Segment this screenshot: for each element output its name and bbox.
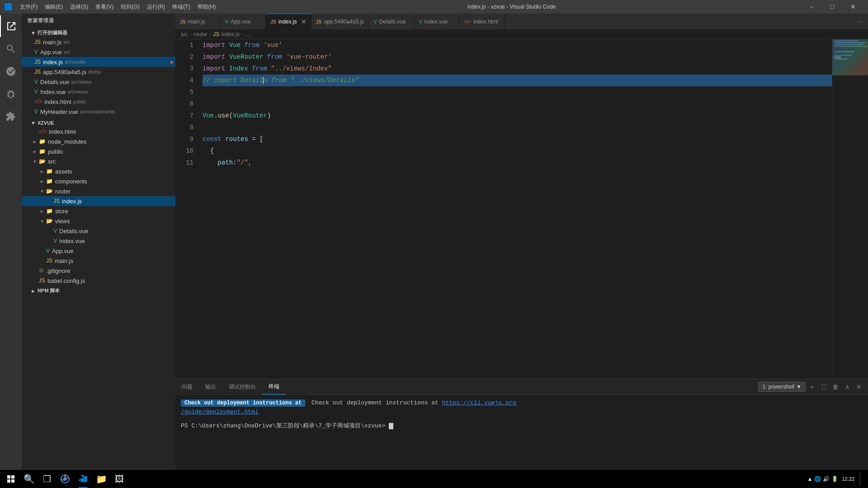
show-desktop-button[interactable] [860, 472, 863, 486]
open-editor-indexjs[interactable]: JS index.js src\router ● [22, 57, 175, 67]
tab-close-icon[interactable]: ✕ [301, 18, 307, 25]
tab-detailsvue[interactable]: V Details.vue [369, 14, 414, 29]
tab-indexvue[interactable]: V Index.vue [414, 14, 459, 29]
tree-views[interactable]: ▼ 📂 views [22, 216, 175, 226]
tab-appbuildjs[interactable]: JS app.5490a4a5.js [311, 14, 369, 29]
npm-section[interactable]: ► NPM 脚本 [22, 286, 175, 295]
tray-volume-icon[interactable]: 🔊 [823, 476, 830, 482]
tree-main-js[interactable]: JS main.js [22, 256, 175, 266]
minimize-button[interactable]: − [801, 0, 822, 14]
menu-help[interactable]: 帮助(H) [195, 2, 219, 12]
minimap[interactable] [832, 39, 868, 379]
open-editor-mainjs[interactable]: JS main.js src [22, 37, 175, 47]
tree-components[interactable]: ► 📁 components [22, 176, 175, 186]
panel-tabs: 问题 输出 调试控制台 终端 1: powershell ▼ + [175, 379, 868, 395]
tab-indexhtml[interactable]: </> index.html [459, 14, 505, 29]
terminal-link-continued[interactable]: /guide/deployment.html [181, 408, 259, 415]
tree-node-modules[interactable]: ► 📁 node_modules [22, 136, 175, 146]
menu-goto[interactable]: 转到(G) [118, 2, 142, 12]
folder-open-icon: 📂 [46, 188, 53, 194]
open-editor-myheadervue[interactable]: V MyHeader.vue src\components [22, 107, 175, 117]
menu-terminal[interactable]: 终端(T) [170, 2, 193, 12]
tree-details-vue[interactable]: V Details.vue [22, 226, 175, 236]
html-icon: </> [34, 99, 42, 105]
maximize-panel-button[interactable]: ∧ [842, 381, 853, 392]
folder-icon: 📁 [46, 168, 53, 174]
split-terminal-button[interactable]: ⎕ [818, 381, 829, 392]
activity-source-control[interactable] [0, 61, 22, 82]
folder-taskbar-icon: 📁 [96, 474, 107, 484]
vue-icon: V [34, 108, 38, 115]
tab-mainjs[interactable]: JS main.js [175, 14, 221, 29]
terminal-dropdown[interactable]: 1: powershell ▼ [758, 382, 806, 392]
menu-run[interactable]: 运行(R) [144, 2, 168, 12]
taskbar-vscode[interactable] [74, 470, 92, 488]
taskbar-file-explorer[interactable]: 📁 [92, 470, 110, 488]
panel-tab-debug[interactable]: 调试控制台 [222, 379, 262, 395]
close-button[interactable]: ✕ [843, 0, 863, 14]
breadcrumb-indexjs[interactable]: index.js [221, 31, 240, 38]
open-editor-detailsvue[interactable]: V Details.vue src\views [22, 77, 175, 87]
code-editor[interactable]: import Vue from 'vue' import VueRouter f… [198, 39, 832, 379]
activity-explorer[interactable] [0, 15, 22, 37]
js-icon: JS [34, 39, 41, 45]
tray-arrow-icon[interactable]: ▲ [807, 476, 813, 482]
tree-assets[interactable]: ► 📁 assets [22, 166, 175, 176]
open-editor-indexhtml[interactable]: </> index.html public [22, 97, 175, 107]
terminal-body[interactable]: Check out deployment instructions at Che… [175, 395, 868, 478]
panel-tab-terminal[interactable]: 终端 [262, 379, 286, 395]
panel-tab-output[interactable]: 输出 [199, 379, 222, 395]
tree-app-vue[interactable]: V App.vue [22, 246, 175, 256]
project-section[interactable]: ▼ XZVUE [22, 118, 175, 127]
menu-file[interactable]: 文件(F) [17, 2, 40, 12]
tree-public[interactable]: ► 📁 public [22, 146, 175, 156]
tree-index-vue[interactable]: V Index.vue [22, 236, 175, 246]
taskbar-taskview[interactable]: ❐ [38, 470, 56, 488]
more-tabs[interactable]: ⋯ [853, 14, 868, 29]
tree-src[interactable]: ▼ 📂 src [22, 156, 175, 166]
js-tab-icon: JS [270, 19, 276, 24]
close-panel-button[interactable]: ✕ [854, 381, 864, 392]
menu-select[interactable]: 选择(S) [67, 2, 91, 12]
taskbar-chrome[interactable] [56, 470, 74, 488]
tree-router[interactable]: ▼ 📂 router [22, 186, 175, 196]
tree-gitignore[interactable]: ⚙ .gitignore [22, 266, 175, 276]
js-file-icon: JS [39, 277, 45, 284]
tab-appvue[interactable]: V App.vue [221, 14, 266, 29]
html-file-icon: </> [39, 128, 47, 135]
start-button[interactable] [2, 470, 20, 488]
open-editors-section[interactable]: ▼ 打开的编辑器 [22, 28, 175, 37]
menu-view[interactable]: 查看(V) [93, 2, 116, 12]
js-tab-icon: JS [316, 19, 322, 24]
modified-indicator: ● [170, 58, 175, 66]
activity-debug[interactable] [0, 83, 22, 105]
terminal-info-text: Check out deployment instructions at [311, 399, 442, 406]
system-clock[interactable]: 12:22 [842, 476, 854, 482]
menu-bar[interactable]: 文件(F) 编辑(E) 选择(S) 查看(V) 转到(G) 运行(R) 终端(T… [17, 2, 218, 12]
tree-store[interactable]: ► 📁 store [22, 206, 175, 216]
terminal-link[interactable]: https://cli.vuejs.org [442, 399, 516, 406]
menu-edit[interactable]: 编辑(E) [42, 2, 66, 12]
activity-search[interactable] [0, 38, 22, 60]
maximize-button[interactable]: □ [822, 0, 843, 14]
taskbar-photos[interactable]: 🖼 [110, 470, 128, 488]
code-line-9: const routes = [ [203, 133, 832, 145]
tray-battery-icon[interactable]: 🔋 [831, 476, 838, 482]
panel-tab-problems[interactable]: 问题 [175, 379, 199, 395]
taskbar-search[interactable]: 🔍 [20, 470, 38, 488]
tree-router-indexjs[interactable]: JS index.js [22, 196, 175, 206]
delete-terminal-button[interactable]: 🗑 [830, 381, 841, 392]
tree-indexhtml[interactable]: </> index.html [22, 127, 175, 136]
open-editor-indexvue[interactable]: V Index.vue src\views [22, 87, 175, 97]
activity-extensions[interactable] [0, 106, 22, 127]
tray-network-icon[interactable]: 🌐 [814, 476, 821, 482]
breadcrumb-router[interactable]: router [193, 31, 208, 38]
open-editor-appbuildjs[interactable]: JS app.5490a4a5.js dist\js [22, 67, 175, 77]
breadcrumb-src[interactable]: src [181, 31, 188, 38]
open-editor-appvue[interactable]: V App.vue src [22, 47, 175, 57]
new-terminal-button[interactable]: + [807, 381, 817, 392]
js-icon: JS [34, 59, 41, 65]
tab-indexjs[interactable]: JS index.js ✕ [266, 14, 311, 29]
tree-babel-config[interactable]: JS babel.config.js [22, 276, 175, 286]
vue-tab-icon: V [373, 19, 377, 24]
